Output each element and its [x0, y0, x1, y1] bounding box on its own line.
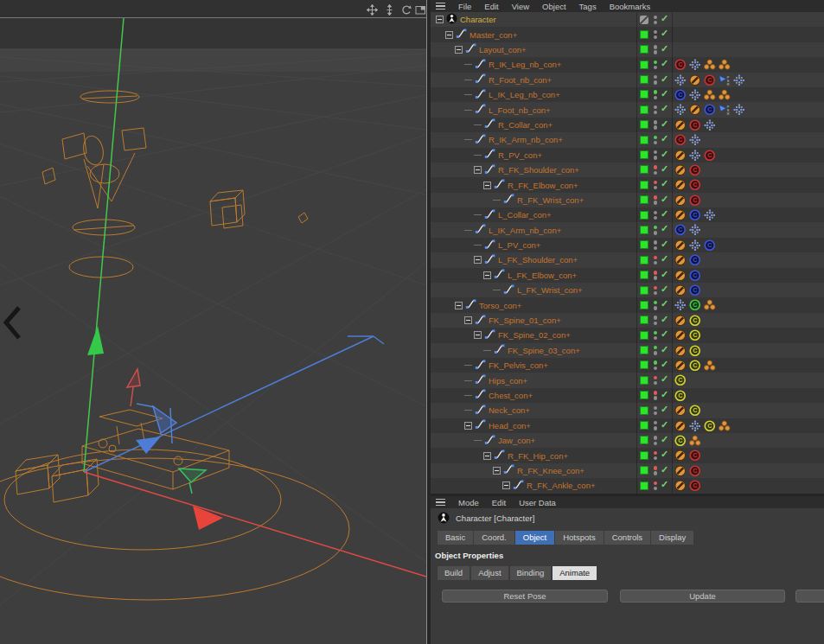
enabled-check-icon[interactable]: ✓ — [661, 404, 668, 415]
enable-square[interactable] — [640, 286, 648, 295]
enabled-check-icon[interactable]: ✓ — [661, 434, 668, 445]
tag-dots-cross[interactable] — [674, 299, 687, 311]
visibility-dots[interactable] — [654, 120, 657, 130]
animate-mode-button[interactable]: Animate — [553, 566, 597, 580]
spline-object-icon[interactable] — [465, 297, 476, 313]
object-label[interactable]: R_Foot_nb_con+ — [489, 75, 552, 85]
tree-row-r-fk-wrist-con-[interactable]: R_FK_Wrist_con+✓C — [431, 193, 824, 207]
spline-object-icon[interactable] — [475, 418, 486, 433]
spline-object-icon[interactable] — [475, 72, 486, 87]
tab-display[interactable]: Display — [651, 531, 693, 545]
enable-square[interactable] — [640, 30, 648, 39]
spline-object-icon[interactable] — [484, 117, 495, 132]
tag-dots-cross[interactable] — [689, 224, 701, 236]
spline-object-icon[interactable] — [475, 373, 486, 388]
enable-square[interactable] — [640, 331, 648, 340]
enable-square[interactable] — [640, 45, 648, 54]
enabled-check-icon[interactable]: ✓ — [661, 133, 668, 144]
update-button[interactable]: Update — [620, 590, 785, 603]
tag-protection[interactable] — [674, 345, 687, 357]
tree-row-fk-spine-01-con-[interactable]: FK_Spine_01_con+✓C — [431, 313, 824, 328]
tree-row-hips-con-[interactable]: Hips_con+✓C — [431, 373, 824, 387]
om-menu-edit[interactable]: Edit — [484, 2, 498, 11]
enabled-check-icon[interactable]: ✓ — [661, 149, 668, 160]
tag-dots-cross[interactable] — [674, 104, 687, 116]
visibility-dots[interactable] — [654, 421, 657, 430]
expand-toggle[interactable] — [455, 302, 463, 309]
enable-square[interactable] — [640, 451, 648, 460]
tag-c-yellow[interactable]: C — [674, 390, 687, 402]
object-label[interactable]: L_IK_Leg_nb_con+ — [489, 90, 560, 99]
enabled-check-icon[interactable]: ✓ — [661, 58, 668, 69]
tree-row-l-fk-shoulder-con-[interactable]: L_FK_Shoulder_con+✓C — [431, 252, 824, 267]
adjust-mode-button[interactable]: Adjust — [471, 566, 508, 580]
visibility-dots[interactable] — [654, 195, 657, 205]
tree-row-l-collar-con-[interactable]: L_Collar_con+✓C — [431, 207, 824, 222]
hamburger-menu-icon[interactable] — [436, 499, 445, 507]
tag-protection[interactable] — [674, 284, 687, 296]
tree-row-r-fk-elbow-con-[interactable]: R_FK_Elbow_con+✓C — [431, 177, 824, 192]
enable-square[interactable] — [640, 316, 648, 324]
object-label[interactable]: Neck_con+ — [489, 405, 530, 415]
enabled-check-icon[interactable]: ✓ — [661, 118, 668, 130]
expand-toggle[interactable] — [483, 182, 491, 189]
tag-c-red[interactable]: C — [689, 480, 701, 492]
object-label[interactable]: L_FK_Shoulder_con+ — [498, 255, 578, 265]
tab-coord[interactable]: Coord. — [474, 531, 514, 545]
object-label[interactable]: L_Foot_nb_con+ — [489, 105, 551, 115]
enabled-check-icon[interactable]: ✓ — [661, 359, 668, 370]
visibility-dots[interactable] — [654, 271, 657, 280]
tree-row-l-fk-wrist-con-[interactable]: L_FK_Wrist_con+✓C — [431, 283, 824, 297]
enabled-check-icon[interactable]: ✓ — [661, 178, 668, 189]
spline-object-icon[interactable] — [484, 147, 495, 163]
enable-square[interactable] — [640, 136, 648, 144]
visibility-dots[interactable] — [654, 316, 657, 325]
expand-toggle[interactable] — [474, 331, 482, 339]
tree-row-master-con-[interactable]: Master_con+✓ — [431, 27, 824, 41]
tree-row-fk-spine-02-con-[interactable]: FK_Spine_02_con+✓C — [431, 328, 824, 342]
tag-dots-cross[interactable] — [704, 209, 716, 221]
om-menu-file[interactable]: File — [458, 2, 471, 11]
tree-row-r-ik-leg-nb-con-[interactable]: R_IK_Leg_nb_con+✓C — [431, 57, 824, 72]
spline-object-icon[interactable] — [475, 132, 486, 148]
om-menu-tags[interactable]: Tags — [579, 2, 597, 11]
visibility-dots[interactable] — [654, 346, 657, 355]
tag-balls[interactable] — [704, 360, 716, 372]
tag-dots-cross[interactable] — [689, 134, 701, 146]
tag-dots-cross[interactable] — [689, 420, 701, 432]
expand-toggle[interactable] — [493, 467, 501, 475]
tree-row-l-ik-arm-nb-con-[interactable]: L_IK_Arm_nb_con+✓C — [431, 222, 824, 237]
object-label[interactable]: L_FK_Elbow_con+ — [508, 271, 577, 280]
tag-dots-cross[interactable] — [733, 104, 745, 116]
expand-toggle[interactable] — [474, 166, 482, 174]
enabled-check-icon[interactable]: ✓ — [661, 389, 668, 400]
rotate-icon[interactable] — [400, 3, 412, 15]
tag-c-yellow[interactable]: C — [689, 315, 701, 327]
object-label[interactable]: L_Collar_con+ — [498, 210, 552, 220]
visibility-dots[interactable] — [654, 16, 657, 25]
tree-row-character[interactable]: Character✓ — [431, 12, 824, 27]
tab-hotspots[interactable]: Hotspots — [555, 531, 604, 545]
tag-protection[interactable] — [674, 420, 687, 432]
visibility-dots[interactable] — [654, 481, 657, 491]
expand-toggle[interactable] — [502, 481, 510, 489]
tag-c-blue[interactable]: C — [689, 209, 701, 221]
spline-object-icon[interactable] — [475, 313, 486, 328]
tag-c-red[interactable]: C — [689, 450, 701, 462]
expand-toggle[interactable] — [464, 316, 472, 324]
spline-object-icon[interactable] — [475, 87, 486, 103]
tag-c-blue[interactable]: C — [704, 239, 716, 252]
clipped-button[interactable] — [795, 590, 824, 603]
spline-object-icon[interactable] — [484, 328, 495, 343]
tag-c-green[interactable]: C — [689, 299, 701, 311]
enable-square[interactable] — [640, 406, 648, 415]
tree-row-fk-pelvis-con-[interactable]: FK_Pelvis_con+✓C — [431, 358, 824, 373]
object-label[interactable]: R_FK_Hip_con+ — [508, 451, 568, 461]
enabled-check-icon[interactable]: ✓ — [661, 73, 668, 85]
tag-c-yellow[interactable]: C — [689, 360, 701, 372]
enable-square[interactable] — [640, 271, 648, 279]
tag-c-blue[interactable]: C — [704, 104, 716, 116]
enabled-check-icon[interactable]: ✓ — [661, 103, 668, 114]
tag-c-red[interactable]: C — [689, 194, 701, 207]
visibility-dots[interactable] — [654, 360, 657, 370]
